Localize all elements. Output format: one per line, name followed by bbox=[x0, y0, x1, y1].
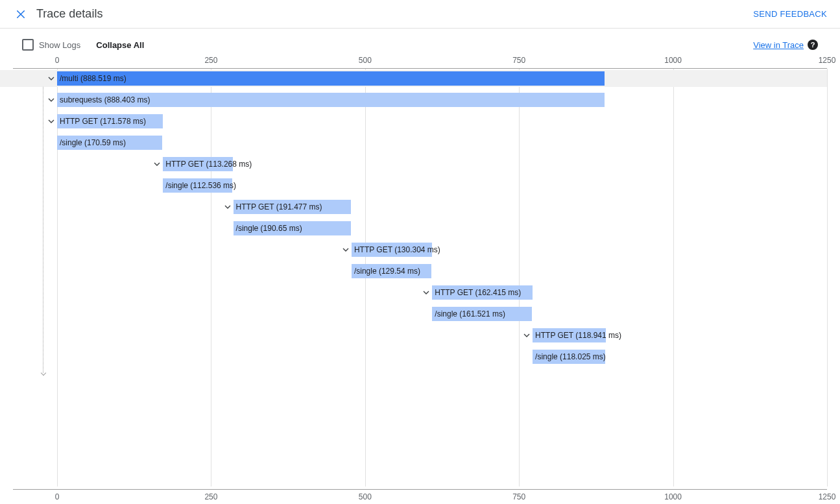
chevron-down-icon[interactable] bbox=[45, 94, 57, 106]
send-feedback-link[interactable]: SEND FEEDBACK bbox=[753, 9, 827, 19]
span-row: /single (129.54 ms) bbox=[13, 263, 827, 280]
help-icon[interactable]: ? bbox=[808, 40, 818, 50]
chevron-down-icon[interactable] bbox=[45, 73, 57, 84]
span-bar[interactable] bbox=[352, 243, 432, 257]
span-row: HTTP GET (171.578 ms) bbox=[13, 113, 827, 130]
axis-tick: 1000 bbox=[664, 492, 682, 501]
axis-tick: 750 bbox=[512, 492, 525, 501]
span-bar[interactable] bbox=[57, 114, 163, 128]
chevron-down-icon[interactable] bbox=[222, 201, 234, 213]
span-row: subrequests (888.403 ms) bbox=[13, 91, 827, 108]
span-bar[interactable] bbox=[163, 178, 232, 193]
axis-tick: 1000 bbox=[664, 56, 682, 65]
span-row: /single (190.65 ms) bbox=[13, 220, 827, 237]
chevron-down-icon[interactable] bbox=[521, 330, 533, 341]
timeline-axis-bottom: 025050075010001250 bbox=[13, 489, 827, 502]
span-row: HTTP GET (191.477 ms) bbox=[13, 198, 827, 215]
axis-tick: 750 bbox=[512, 56, 525, 65]
span-bar[interactable] bbox=[57, 93, 605, 107]
span-bar[interactable] bbox=[352, 264, 431, 278]
span-bar[interactable] bbox=[432, 307, 531, 321]
span-bar[interactable] bbox=[57, 136, 162, 150]
span-bar[interactable] bbox=[234, 200, 352, 214]
span-row: HTTP GET (113.268 ms) bbox=[13, 156, 827, 173]
chevron-down-icon[interactable] bbox=[45, 115, 57, 127]
span-row: HTTP GET (130.304 ms) bbox=[13, 241, 827, 258]
header: Trace details SEND FEEDBACK bbox=[0, 0, 840, 29]
axis-tick: 1250 bbox=[819, 56, 836, 65]
show-logs-label: Show Logs bbox=[39, 40, 80, 50]
timeline-axis-top: 025050075010001250 bbox=[13, 56, 827, 69]
span-bar[interactable] bbox=[163, 157, 233, 171]
chevron-down-icon[interactable] bbox=[340, 244, 352, 256]
span-row: /single (118.025 ms) bbox=[13, 348, 827, 365]
page-title: Trace details bbox=[36, 7, 102, 21]
trace-timeline: 025050075010001250 /multi (888.519 ms)su… bbox=[0, 56, 840, 504]
axis-tick: 0 bbox=[55, 492, 60, 501]
span-row: HTTP GET (118.941 ms) bbox=[13, 327, 827, 344]
close-icon[interactable] bbox=[13, 6, 29, 22]
chevron-down-icon[interactable] bbox=[151, 158, 163, 170]
span-bar[interactable] bbox=[533, 328, 606, 342]
span-row: HTTP GET (162.415 ms) bbox=[13, 284, 827, 301]
span-row: /single (170.59 ms) bbox=[13, 134, 827, 151]
span-bar[interactable] bbox=[234, 221, 351, 235]
toolbar: Show Logs Collapse All View in Trace ? bbox=[0, 29, 840, 56]
span-row: /multi (888.519 ms) bbox=[13, 70, 827, 87]
axis-tick: 500 bbox=[359, 492, 372, 501]
span-bar[interactable] bbox=[533, 350, 605, 364]
axis-tick: 0 bbox=[55, 56, 60, 65]
span-bar[interactable] bbox=[57, 71, 605, 86]
span-row: /single (112.536 ms) bbox=[13, 177, 827, 194]
axis-tick: 250 bbox=[204, 492, 217, 501]
axis-tick: 250 bbox=[204, 56, 217, 65]
show-logs-checkbox[interactable] bbox=[22, 39, 34, 51]
axis-tick: 1250 bbox=[819, 492, 836, 501]
timeline-plot: /multi (888.519 ms)subrequests (888.403 … bbox=[13, 69, 827, 486]
view-in-trace-link[interactable]: View in Trace bbox=[753, 40, 804, 50]
collapse-all-button[interactable]: Collapse All bbox=[96, 40, 144, 50]
axis-tick: 500 bbox=[359, 56, 372, 65]
span-bar[interactable] bbox=[432, 285, 532, 300]
chevron-down-icon[interactable] bbox=[420, 287, 432, 298]
span-row: /single (161.521 ms) bbox=[13, 306, 827, 322]
